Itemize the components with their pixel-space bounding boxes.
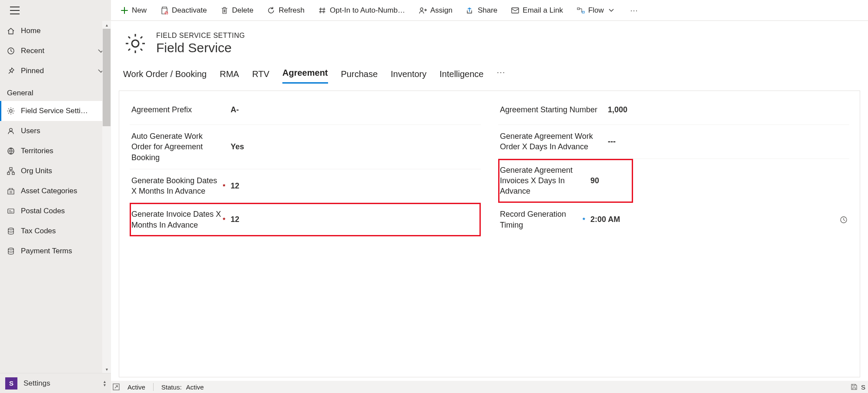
nav-org-units[interactable]: Org Units: [0, 161, 111, 181]
tab-intelligence[interactable]: Intelligence: [439, 69, 483, 84]
field-label: Generate Agreement Invoices X Days In Ad…: [500, 165, 583, 197]
tab-overflow[interactable]: ⋯: [496, 67, 505, 84]
svg-rect-5: [512, 8, 519, 13]
tab-rma[interactable]: RMA: [220, 69, 239, 84]
field-value: Yes: [229, 142, 479, 151]
status-label: Status:: [161, 383, 182, 391]
nav-pinned-label: Pinned: [21, 67, 44, 75]
required-marker: *: [223, 216, 229, 223]
cmd-refresh-label: Refresh: [278, 6, 305, 15]
flow-icon: [577, 7, 585, 14]
tab-inventory[interactable]: Inventory: [391, 69, 426, 84]
field-generate-agreement-work-order-days[interactable]: Generate Agreement Work Order X Days In …: [498, 125, 849, 159]
globe-icon: [7, 147, 15, 155]
org-icon: [7, 167, 15, 175]
home-icon: [7, 27, 15, 35]
svg-rect-14: [12, 172, 14, 175]
field-label: Generate Agreement Work Order X Days In …: [500, 131, 600, 152]
cmd-assign[interactable]: Assign: [413, 0, 459, 20]
field-generate-invoice-dates[interactable]: Generate Invoice Dates X Months In Advan…: [130, 203, 481, 236]
field-generate-agreement-invoices-days[interactable]: Generate Agreement Invoices X Days In Ad…: [498, 159, 633, 203]
hash-icon: [318, 7, 326, 14]
nav-payment-terms[interactable]: Payment Terms: [0, 241, 111, 261]
area-label: Settings: [23, 379, 50, 388]
cmd-share[interactable]: Share: [460, 0, 503, 20]
recommended-marker: *: [583, 216, 589, 223]
tab-rtv[interactable]: RTV: [252, 69, 269, 84]
sidebar-section-header: General: [0, 81, 111, 101]
svg-rect-6: [577, 8, 580, 10]
svg-rect-1: [10, 10, 20, 11]
field-agreement-starting-number[interactable]: Agreement Starting Number 1,000: [498, 95, 849, 125]
tab-purchase[interactable]: Purchase: [341, 69, 378, 84]
cmd-refresh[interactable]: Refresh: [261, 0, 311, 20]
nav-tax-codes[interactable]: Tax Codes: [0, 221, 111, 241]
sidebar: ▴ ▾ Home Recent: [0, 21, 111, 393]
cmd-delete-label: Delete: [232, 6, 253, 15]
field-agreement-prefix[interactable]: Agreement Prefix A-: [130, 95, 481, 125]
svg-point-9: [10, 110, 12, 112]
tab-work-order-booking[interactable]: Work Order / Booking: [123, 69, 207, 84]
nav-pinned[interactable]: Pinned: [0, 61, 111, 81]
clock-icon[interactable]: [836, 216, 848, 224]
cmd-opt-in-auto-number[interactable]: Opt-In to Auto-Numb…: [312, 0, 411, 20]
cmd-delete[interactable]: Delete: [214, 0, 259, 20]
nav-home[interactable]: Home: [0, 21, 111, 41]
nav-assetcat-label: Asset Categories: [21, 187, 77, 195]
gear-icon: [7, 107, 15, 115]
nav-postal-codes[interactable]: Postal Codes: [0, 201, 111, 221]
plus-icon: [121, 7, 128, 14]
nav-territories[interactable]: Territories: [0, 141, 111, 161]
state-value: Active: [127, 383, 145, 391]
required-marker: *: [223, 182, 229, 190]
field-record-generation-timing[interactable]: Record Generation Timing * 2:00 AM: [498, 203, 849, 236]
pin-icon: [7, 67, 15, 75]
command-bar: New Deactivate Delete Refresh Opt-In to …: [111, 0, 868, 21]
cmd-new[interactable]: New: [114, 0, 153, 20]
field-value: 1,000: [606, 105, 848, 114]
svg-rect-7: [582, 11, 584, 13]
field-auto-generate-work-order[interactable]: Auto Generate Work Order for Agreement B…: [130, 125, 481, 169]
cmd-deactivate[interactable]: Deactivate: [154, 0, 213, 20]
form-body: Agreement Prefix A- Auto Generate Work O…: [119, 91, 860, 377]
svg-point-10: [10, 128, 12, 131]
save-icon[interactable]: [851, 383, 858, 390]
field-value: ---: [606, 137, 848, 146]
cmd-email-link[interactable]: Email a Link: [505, 0, 569, 20]
gear-icon: [123, 31, 147, 56]
field-label: Generate Invoice Dates X Months In Advan…: [131, 209, 223, 230]
nav-users[interactable]: Users: [0, 121, 111, 141]
svg-rect-15: [8, 209, 14, 213]
refresh-icon: [267, 7, 275, 14]
nav-field-service-settings[interactable]: Field Service Setti…: [0, 101, 111, 121]
deactivate-icon: [161, 7, 168, 14]
nav-asset-categories[interactable]: Asset Categories: [0, 181, 111, 201]
sidebar-scroll-up[interactable]: ▴: [102, 21, 111, 29]
field-value: 90: [589, 176, 631, 185]
svg-point-18: [132, 40, 139, 47]
sidebar-scrollbar[interactable]: [103, 29, 111, 126]
nav-recent[interactable]: Recent: [0, 41, 111, 61]
cmd-email-label: Email a Link: [523, 6, 563, 15]
svg-point-17: [8, 248, 13, 250]
nav-orgunits-label: Org Units: [21, 167, 52, 175]
share-icon: [466, 7, 474, 14]
person-icon: [7, 127, 15, 135]
nav-hamburger[interactable]: [6, 2, 23, 19]
cmd-flow[interactable]: Flow: [571, 0, 621, 20]
svg-point-4: [420, 8, 423, 10]
chevron-updown-icon: ▴▾: [104, 380, 106, 387]
area-switcher[interactable]: S Settings ▴▾: [0, 373, 111, 393]
chevron-down-icon: [607, 7, 615, 14]
stack-icon: [7, 247, 15, 255]
svg-point-16: [8, 228, 13, 230]
nav-postal-label: Postal Codes: [21, 207, 65, 215]
cmd-overflow[interactable]: ⋯: [623, 6, 645, 15]
status-value: Active: [186, 383, 204, 391]
tab-agreement[interactable]: Agreement: [282, 68, 328, 84]
sidebar-scroll-down[interactable]: ▾: [102, 365, 111, 373]
cmd-new-label: New: [132, 6, 147, 15]
field-value: A-: [229, 105, 479, 114]
field-generate-booking-dates[interactable]: Generate Booking Dates X Months In Advan…: [130, 169, 481, 203]
expand-icon[interactable]: [113, 383, 120, 390]
